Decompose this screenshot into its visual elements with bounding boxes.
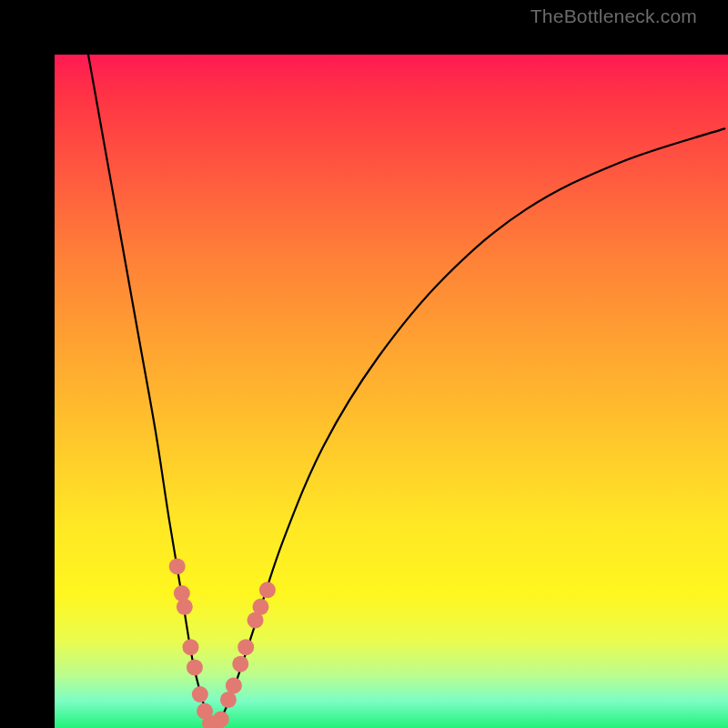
marker-dot (252, 599, 268, 615)
marker-dot (177, 599, 193, 615)
marker-dot (169, 558, 186, 574)
plot-area (55, 55, 728, 728)
marker-dot (192, 686, 208, 703)
marker-dot (187, 659, 203, 675)
marker-dot (220, 692, 237, 708)
marker-dots-group (169, 558, 276, 728)
chart-svg (55, 55, 728, 728)
marker-dot (182, 639, 198, 655)
marker-dot (259, 581, 276, 598)
marker-dot (213, 711, 229, 727)
marker-dot (238, 639, 254, 655)
left-curve (88, 55, 213, 728)
marker-dot (174, 585, 190, 602)
marker-dot (232, 656, 248, 672)
chart-frame (0, 0, 728, 728)
right-curve (213, 128, 724, 728)
marker-dot (226, 677, 242, 693)
